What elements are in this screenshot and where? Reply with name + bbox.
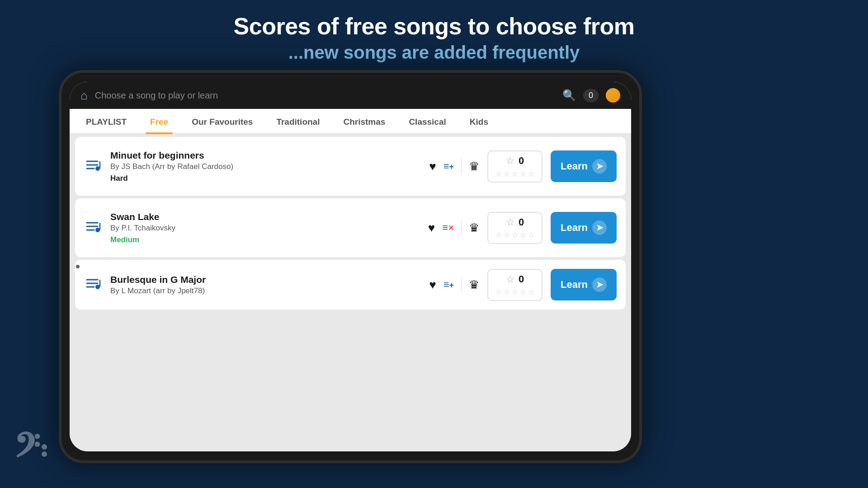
song-difficulty-minuet: Hard	[110, 174, 421, 183]
learn-arrow-burlesque: ➤	[592, 277, 607, 292]
rating-number-burlesque: 0	[519, 273, 524, 285]
song-actions-minuet: ♥ ≡+ ♛	[429, 158, 479, 174]
bass-clef-logo: 𝄢	[14, 428, 50, 479]
song-title-swanlake: Swan Lake	[110, 211, 420, 222]
rating-box-minuet: ☆ 0 ☆ ☆ ☆ ☆ ☆	[487, 150, 542, 183]
playlist-add-button-burlesque[interactable]: ≡+	[443, 279, 454, 291]
rating-number-swanlake: 0	[519, 216, 524, 228]
song-music-icon-swanlake	[84, 218, 102, 238]
playlist-add-button-minuet[interactable]: ≡+	[443, 160, 454, 172]
learn-arrow-minuet: ➤	[592, 159, 607, 174]
song-author-minuet: By JS Bach (Arr by Rafael Cardoso)	[110, 162, 421, 171]
search-icon[interactable]: 🔍	[562, 89, 576, 102]
song-title-minuet: Minuet for beginners	[110, 150, 421, 161]
star-icon-minuet: ☆	[506, 155, 515, 167]
tab-kids[interactable]: Kids	[458, 109, 500, 133]
top-bar: ⌂ Choose a song to play or learn 🔍 0	[70, 82, 631, 109]
song-info-minuet: Minuet for beginners By JS Bach (Arr by …	[110, 150, 421, 183]
svg-text:𝄢: 𝄢	[14, 428, 40, 473]
home-icon[interactable]: ⌂	[80, 89, 88, 103]
divider-burlesque	[461, 277, 462, 293]
svg-point-13	[95, 285, 100, 289]
tab-traditional[interactable]: Traditional	[264, 109, 331, 133]
phone-screen: ⌂ Choose a song to play or learn 🔍 0 PLA…	[70, 82, 631, 451]
song-author-burlesque: By L Mozart (arr by Jpelt78)	[110, 286, 421, 296]
svg-point-16	[42, 444, 47, 450]
crown-icon-minuet: ♛	[469, 160, 479, 174]
svg-point-17	[42, 451, 47, 457]
tab-free[interactable]: Free	[138, 109, 180, 133]
stars-row-minuet: ☆ ☆ ☆ ☆ ☆	[495, 169, 534, 178]
stars-row-swanlake: ☆ ☆ ☆ ☆ ☆	[495, 231, 534, 239]
tab-classical[interactable]: Classical	[397, 109, 458, 133]
song-author-swanlake: By P.I. Tchaikovsky	[110, 224, 420, 233]
page-header: Scores of free songs to choose from ...n…	[0, 0, 868, 63]
main-subtitle: ...new songs are added frequently	[0, 42, 868, 63]
tab-christmas[interactable]: Christmas	[331, 109, 397, 133]
favorite-button-swanlake[interactable]: ♥	[428, 221, 435, 235]
star-icon-burlesque: ☆	[506, 273, 515, 285]
star-icon-swanlake: ☆	[506, 216, 515, 228]
learn-button-burlesque[interactable]: Learn ➤	[551, 269, 617, 300]
rating-box-burlesque: ☆ 0 ☆ ☆ ☆ ☆ ☆	[487, 269, 542, 301]
learn-button-minuet[interactable]: Learn ➤	[551, 150, 617, 182]
song-music-icon-burlesque	[84, 275, 102, 295]
main-title: Scores of free songs to choose from	[0, 13, 868, 40]
rating-number-minuet: 0	[519, 155, 524, 167]
search-input[interactable]: Choose a song to play or learn	[95, 90, 555, 101]
crown-icon-burlesque: ♛	[469, 278, 479, 292]
favorite-button-burlesque[interactable]: ♥	[429, 278, 436, 292]
song-list: Minuet for beginners By JS Bach (Arr by …	[70, 134, 631, 451]
song-music-icon-minuet	[84, 157, 102, 176]
song-card-minuet: Minuet for beginners By JS Bach (Arr by …	[75, 137, 626, 196]
learn-arrow-swanlake: ➤	[592, 221, 607, 235]
stars-row-burlesque: ☆ ☆ ☆ ☆ ☆	[495, 288, 534, 296]
crown-icon-swanlake: ♛	[469, 221, 479, 235]
song-card-swanlake: Swan Lake By P.I. Tchaikovsky Medium ♥ ≡…	[75, 198, 626, 257]
learn-button-swanlake[interactable]: Learn ➤	[551, 212, 617, 244]
svg-point-8	[95, 228, 100, 232]
song-card-burlesque: Burlesque in G Major By L Mozart (arr by…	[75, 260, 626, 310]
coin-icon	[606, 88, 620, 103]
side-button	[76, 265, 80, 268]
song-difficulty-swanlake: Medium	[110, 235, 420, 244]
rating-box-swanlake: ☆ 0 ☆ ☆ ☆ ☆ ☆	[487, 212, 542, 244]
phone-frame: ⌂ Choose a song to play or learn 🔍 0 PLA…	[59, 70, 642, 463]
favorite-button-minuet[interactable]: ♥	[429, 160, 436, 174]
playlist-remove-button-swanlake[interactable]: ≡✕	[442, 222, 454, 234]
song-info-swanlake: Swan Lake By P.I. Tchaikovsky Medium	[110, 211, 420, 244]
svg-point-3	[95, 166, 100, 171]
song-actions-burlesque: ♥ ≡+ ♛	[429, 277, 479, 293]
coin-count: 0	[583, 89, 599, 102]
tab-playlist[interactable]: PLAYLIST	[74, 109, 138, 133]
song-info-burlesque: Burlesque in G Major By L Mozart (arr by…	[110, 274, 421, 296]
tab-bar: PLAYLIST Free Our Favourites Traditional…	[70, 109, 631, 134]
song-title-burlesque: Burlesque in G Major	[110, 274, 421, 285]
tab-favourites[interactable]: Our Favourites	[180, 109, 264, 133]
song-actions-swanlake: ♥ ≡✕ ♛	[428, 220, 479, 236]
divider-swanlake	[461, 220, 462, 236]
divider-minuet	[461, 158, 462, 174]
